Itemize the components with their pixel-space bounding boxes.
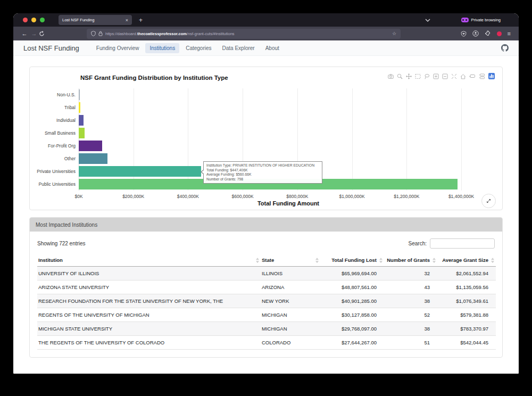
- table-row[interactable]: ARIZONA STATE UNIVERSITYARIZONA$48,807,5…: [37, 280, 496, 294]
- back-button[interactable]: ←: [20, 30, 29, 37]
- cell-institution: THE REGENTS OF THE UNIVERSITY OF COLORAD…: [37, 336, 261, 350]
- column-header-institution[interactable]: Institution: [37, 254, 261, 267]
- reset-axes-home-icon[interactable]: [460, 73, 466, 79]
- search-input[interactable]: [430, 238, 495, 249]
- menu-hamburger-icon[interactable]: ≡: [508, 30, 511, 37]
- minimize-window-button[interactable]: [31, 18, 36, 22]
- recording-indicator-icon[interactable]: [497, 31, 502, 36]
- cell-number-of-grants: 43: [384, 280, 437, 294]
- cell-total-funding-lost: $40,901,285.00: [320, 294, 384, 308]
- bar-for-profit-org[interactable]: [79, 141, 102, 151]
- cell-state: ARIZONA: [261, 280, 320, 294]
- x-tick-label: $1,000,000K: [339, 194, 364, 199]
- lasso-select-icon[interactable]: [424, 73, 430, 79]
- tab-list-chevron-icon[interactable]: [425, 19, 430, 22]
- nav-link-institutions[interactable]: Institutions: [145, 43, 179, 53]
- bookmark-star-icon[interactable]: ☆: [392, 31, 396, 36]
- table-card-title: Most Impacted Institutions: [30, 218, 502, 232]
- window-controls: [23, 18, 45, 22]
- expand-chart-button[interactable]: [481, 194, 496, 208]
- extensions-puzzle-icon[interactable]: [485, 30, 491, 37]
- table-row[interactable]: RESEARCH FOUNDATION FOR THE STATE UNIVER…: [37, 294, 496, 308]
- x-tick-label: $200,000K: [122, 194, 144, 199]
- sort-icon[interactable]: [256, 258, 259, 263]
- x-tick-label: $400,000K: [177, 194, 199, 199]
- y-category-label: Other: [30, 152, 76, 165]
- nav-link-about[interactable]: About: [261, 43, 284, 53]
- browser-toolbar: ← → https://dashboard.thecoatlessprofess…: [13, 27, 519, 40]
- cell-institution: RESEARCH FOUNDATION FOR THE STATE UNIVER…: [37, 294, 261, 308]
- bar-tribal[interactable]: [79, 102, 80, 113]
- plotly-logo-icon[interactable]: [488, 73, 495, 79]
- site-navbar: Lost NSF Funding Funding OverviewInstitu…: [13, 40, 519, 56]
- column-header-average-grant-size[interactable]: Average Grant Size: [437, 254, 496, 267]
- bar-other[interactable]: [79, 153, 107, 164]
- github-icon[interactable]: [501, 44, 509, 52]
- tab-close-icon[interactable]: ×: [126, 18, 128, 23]
- tooltip-line: Institution Type: PRIVATE INSTITUTION OF…: [206, 163, 319, 168]
- zoom-icon[interactable]: [397, 73, 403, 79]
- cell-total-funding-lost: $30,127,858.00: [320, 308, 384, 322]
- plotly-modebar: [388, 73, 495, 79]
- bar-non-u-s-[interactable]: [79, 89, 80, 100]
- zoom-window-button[interactable]: [40, 18, 45, 22]
- forward-button[interactable]: →: [29, 30, 39, 37]
- hover-compare-icon[interactable]: [479, 73, 485, 79]
- zoom-out-icon[interactable]: [442, 73, 448, 79]
- cell-average-grant-size: $2,061,552.94: [437, 267, 496, 280]
- cell-institution: REGENTS OF THE UNIVERSITY OF MICHIGAN: [37, 308, 261, 322]
- column-header-state[interactable]: State: [261, 254, 320, 267]
- cell-average-grant-size: $1,135,059.56: [437, 280, 496, 294]
- x-tick-label: $1,200,000K: [394, 194, 419, 199]
- gridline: [461, 88, 462, 191]
- bar-private-universities[interactable]: [79, 166, 201, 177]
- box-select-icon[interactable]: [415, 73, 421, 79]
- showing-entries-text: Showing 722 entries: [37, 241, 86, 246]
- table-row[interactable]: THE REGENTS OF THE UNIVERSITY OF COLORAD…: [37, 336, 496, 350]
- download-camera-icon[interactable]: [388, 73, 394, 79]
- cell-number-of-grants: 38: [384, 294, 437, 308]
- institutions-table: InstitutionStateTotal Funding LostNumber…: [37, 254, 496, 350]
- column-header-number-of-grants[interactable]: Number of Grants: [384, 254, 437, 267]
- sort-icon[interactable]: [491, 258, 494, 263]
- bar-small-business[interactable]: [79, 128, 85, 138]
- sort-icon[interactable]: [379, 258, 383, 263]
- browser-tab[interactable]: Lost NSF Funding ×: [59, 15, 132, 25]
- hover-closest-icon[interactable]: [469, 73, 476, 79]
- cell-state: MICHIGAN: [261, 308, 320, 322]
- sort-icon[interactable]: [433, 258, 436, 263]
- cell-total-funding-lost: $27,644,267.00: [320, 336, 384, 350]
- zoom-in-icon[interactable]: [433, 73, 439, 79]
- cell-total-funding-lost: $65,969,694.00: [320, 267, 384, 280]
- pan-icon[interactable]: [406, 73, 412, 79]
- cell-state: COLORADO: [261, 336, 320, 350]
- nav-link-data-explorer[interactable]: Data Explorer: [218, 43, 259, 53]
- cell-institution: UNIVERSITY OF ILLINOIS: [37, 267, 261, 280]
- lock-icon[interactable]: [98, 31, 103, 36]
- autoscale-icon[interactable]: [451, 73, 457, 79]
- table-row[interactable]: REGENTS OF THE UNIVERSITY OF MICHIGANMIC…: [37, 308, 496, 322]
- privacy-shield-icon[interactable]: [461, 31, 467, 37]
- tracking-shield-icon[interactable]: [91, 31, 96, 36]
- table-row[interactable]: MICHIGAN STATE UNIVERSITYMICHIGAN$29,768…: [37, 322, 496, 336]
- close-window-button[interactable]: [23, 18, 28, 22]
- account-icon[interactable]: [472, 30, 479, 37]
- nav-links: Funding OverviewInstitutionsCategoriesDa…: [92, 43, 284, 53]
- new-tab-button[interactable]: +: [139, 16, 143, 24]
- nav-link-funding-overview[interactable]: Funding Overview: [92, 43, 144, 53]
- cell-total-funding-lost: $48,807,561.00: [320, 280, 384, 294]
- nav-link-categories[interactable]: Categories: [181, 43, 215, 53]
- main-content: NSF Grant Funding Distribution by Instit…: [13, 56, 519, 374]
- table-row[interactable]: UNIVERSITY OF ILLINOISILLINOIS$65,969,69…: [37, 267, 496, 280]
- cell-number-of-grants: 52: [384, 308, 437, 322]
- cell-state: NEW YORK: [261, 294, 320, 308]
- site-brand[interactable]: Lost NSF Funding: [23, 44, 79, 52]
- search-label: Search:: [409, 241, 427, 246]
- column-header-total-funding-lost[interactable]: Total Funding Lost: [320, 254, 384, 267]
- cell-state: ILLINOIS: [261, 267, 320, 280]
- url-bar[interactable]: https://dashboard.thecoatlessprofessor.c…: [87, 29, 401, 39]
- cell-average-grant-size: $579,381.88: [437, 308, 496, 322]
- bar-individual[interactable]: [79, 115, 84, 126]
- reload-button[interactable]: [39, 31, 48, 37]
- sort-icon[interactable]: [315, 258, 319, 263]
